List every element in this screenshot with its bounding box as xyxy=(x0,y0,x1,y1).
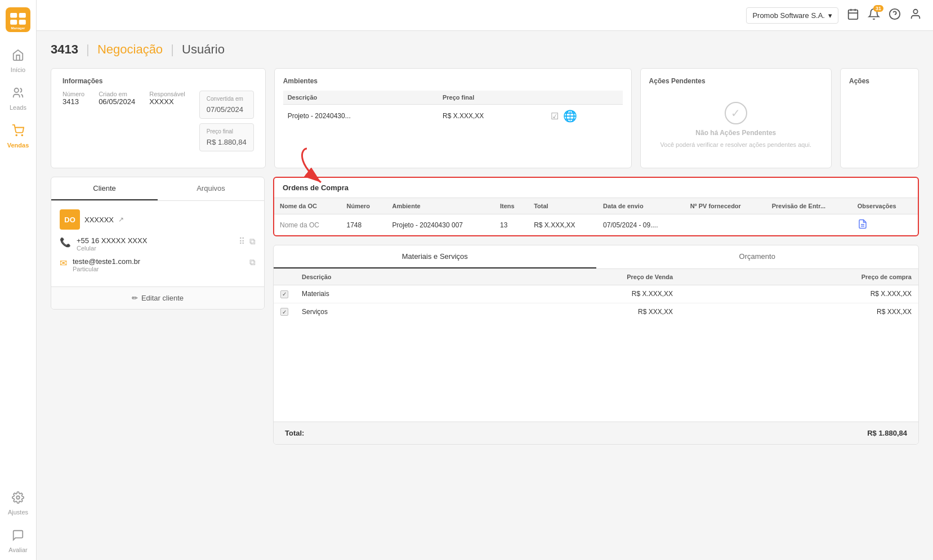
oc-title: Ordens de Compra xyxy=(274,178,918,198)
sidebar-item-ajustes[interactable]: Ajustes xyxy=(5,485,31,522)
check-circle-icon: ✓ xyxy=(725,102,747,124)
mat-col-preco-venda: Preço de Venda xyxy=(457,269,680,285)
amb-actions: ☑ 🌐 xyxy=(546,105,622,127)
oc-total: R$ X.XXX,XX xyxy=(528,214,597,236)
oc-col-ambiente: Ambiente xyxy=(387,198,494,214)
tab-arquivos[interactable]: Arquivos xyxy=(158,177,264,200)
client-name: XXXXXX xyxy=(84,216,114,224)
leads-icon xyxy=(12,87,24,102)
oc-col-obs: Observações xyxy=(852,198,918,214)
app-logo: Manager xyxy=(4,6,32,34)
grid-icon[interactable]: ⠿ xyxy=(239,236,245,247)
sidebar-item-ajustes-label: Ajustes xyxy=(8,509,28,516)
oc-wrapper: Ordens de Compra Nome da OC Número Ambie… xyxy=(273,177,919,236)
oc-col-data: Data de envio xyxy=(597,198,685,214)
numero-block: Número 3413 xyxy=(63,91,84,106)
acoes-title: Ações xyxy=(849,77,910,85)
tab-materiais[interactable]: Materiais e Serviços xyxy=(274,245,596,268)
edit-client-button[interactable]: ✏ Editar cliente xyxy=(51,286,264,309)
svg-point-9 xyxy=(16,496,20,499)
preco-final-box: Preço final R$ 1.880,84 xyxy=(199,123,254,151)
oc-ambiente: Projeto - 20240430 007 xyxy=(387,214,494,236)
company-name: Promob Software S.A. xyxy=(752,11,825,20)
phone-number: +55 16 XXXXX XXXX xyxy=(77,236,147,245)
numero-label: Número xyxy=(63,91,84,97)
title-sep1: | xyxy=(86,42,90,56)
sidebar-item-leads[interactable]: Leads xyxy=(0,80,36,118)
contact-phone-item: 📞 +55 16 XXXXX XXXX Celular ⠿ ⧉ xyxy=(60,236,256,252)
mat-check-1[interactable]: ✓ xyxy=(274,285,295,303)
criado-block: Criado em 06/05/2024 xyxy=(99,91,135,106)
amb-preco: R$ X.XXX,XX xyxy=(438,105,546,128)
contact-email-item: ✉ teste@teste1.com.br Particular ⧉ xyxy=(60,257,256,272)
globe-icon[interactable]: 🌐 xyxy=(563,109,577,123)
ambientes-panel: Ambientes Descrição Preço final Projeto … xyxy=(274,68,632,168)
mat-check-2[interactable]: ✓ xyxy=(274,303,295,320)
main-content: Promob Software S.A. ▾ 31 3413 | Negocia… xyxy=(37,0,933,560)
user-button[interactable] xyxy=(909,8,922,23)
convertida-box: Convertida em 07/05/2024 xyxy=(199,91,254,119)
sidebar-item-vendas-label: Vendas xyxy=(7,142,29,149)
mat-tabs: Materiais e Serviços Orçamento xyxy=(274,245,918,269)
edit-client-label: Editar cliente xyxy=(141,294,184,302)
calendar-button[interactable] xyxy=(847,8,859,23)
svg-rect-4 xyxy=(19,20,26,25)
bottom-row: Cliente Arquivos DO XXXXXX ↗ 📞 +55 16 xyxy=(51,177,919,445)
oc-col-nome: Nome da OC xyxy=(274,198,341,214)
check-icon: ☑ xyxy=(551,111,559,122)
topbar: Promob Software S.A. ▾ 31 xyxy=(37,0,933,31)
acoes-panel: Ações xyxy=(840,68,919,168)
table-row: Nome da OC 1748 Projeto - 20240430 007 1… xyxy=(274,214,918,236)
mat-desc-2: Serviços xyxy=(295,303,457,320)
svg-rect-1 xyxy=(10,13,17,18)
external-link-icon[interactable]: ↗ xyxy=(118,216,124,223)
criado-label: Criado em xyxy=(99,91,135,97)
ambientes-title: Ambientes xyxy=(283,77,623,85)
company-selector[interactable]: Promob Software S.A. ▾ xyxy=(746,7,838,24)
phone-type: Celular xyxy=(77,245,147,252)
sidebar-item-inicio[interactable]: Início xyxy=(0,42,36,80)
tab-orcamento[interactable]: Orçamento xyxy=(596,245,919,268)
copy-icon[interactable]: ⧉ xyxy=(249,236,256,247)
table-row: Projeto - 20240430... R$ X.XXX,XX ☑ 🌐 xyxy=(283,105,623,128)
company-chevron: ▾ xyxy=(828,11,832,20)
oc-nopv xyxy=(685,214,766,236)
title-number: 3413 xyxy=(51,42,78,56)
pending-empty: ✓ Não há Ações Pendentes Você poderá ver… xyxy=(649,91,823,159)
email-info: teste@teste1.com.br Particular xyxy=(73,257,140,272)
criado-value: 06/05/2024 xyxy=(99,97,135,106)
ordens-compra-panel: Ordens de Compra Nome da OC Número Ambie… xyxy=(273,177,919,236)
sidebar-item-vendas[interactable]: Vendas xyxy=(0,118,36,155)
checkbox-servicos[interactable]: ✓ xyxy=(280,308,288,316)
total-value: R$ 1.880,84 xyxy=(867,429,907,437)
right-column: Ordens de Compra Nome da OC Número Ambie… xyxy=(273,177,919,445)
responsavel-value: XXXXX xyxy=(149,97,185,106)
svg-point-16 xyxy=(913,9,917,13)
sidebar-item-avaliar-label: Avaliar xyxy=(8,546,27,553)
help-button[interactable] xyxy=(889,8,901,23)
responsavel-label: Responsável xyxy=(149,91,185,97)
email-actions: ⧉ xyxy=(249,257,256,267)
client-panel: Cliente Arquivos DO XXXXXX ↗ 📞 +55 16 xyxy=(51,177,265,310)
oc-numero: 1748 xyxy=(341,214,387,236)
sidebar-item-avaliar[interactable]: Avaliar xyxy=(5,522,31,560)
left-column: Cliente Arquivos DO XXXXXX ↗ 📞 +55 16 xyxy=(51,177,265,445)
table-row: ✓ Materiais R$ X.XXX,XX R$ X.XXX,XX xyxy=(274,285,918,303)
mat-table: Descrição Preço de Venda Preço de compra… xyxy=(274,269,918,320)
title-user: Usuário xyxy=(182,42,225,56)
tab-cliente[interactable]: Cliente xyxy=(51,177,158,200)
numero-value: 3413 xyxy=(63,97,84,106)
copy-email-icon[interactable]: ⧉ xyxy=(249,257,256,267)
checkbox-materiais[interactable]: ✓ xyxy=(280,290,288,298)
mat-col-descricao: Descrição xyxy=(295,269,457,285)
oc-observacoes[interactable] xyxy=(852,214,918,236)
title-neg: Negociação xyxy=(97,42,163,56)
svg-point-8 xyxy=(21,135,23,136)
phone-info: +55 16 XXXXX XXXX Celular xyxy=(77,236,147,252)
mat-col-preco-compra: Preço de compra xyxy=(680,269,918,285)
notification-button[interactable]: 31 xyxy=(868,8,880,23)
preco-final-label: Preço final xyxy=(207,128,247,135)
oc-col-nopv: Nº PV fornecedor xyxy=(685,198,766,214)
pending-empty-title: Não há Ações Pendentes xyxy=(695,129,776,137)
client-tabs: Cliente Arquivos xyxy=(51,177,264,201)
